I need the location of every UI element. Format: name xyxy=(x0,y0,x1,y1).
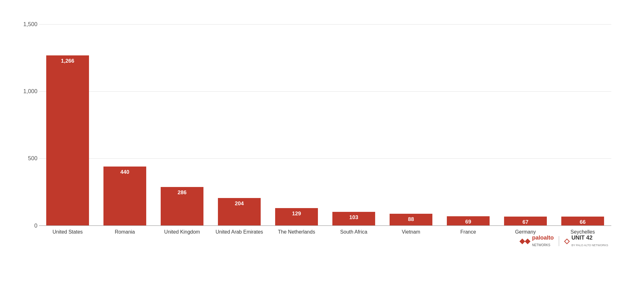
paloalto-icon: ◆◆ xyxy=(519,237,530,245)
bar-value-label: 88 xyxy=(390,216,433,223)
unit42-icon: ◇ xyxy=(564,237,569,245)
x-axis-country-label: France xyxy=(440,226,497,251)
unit42-logo: ◇ UNIT 42BY PALO ALTO NETWORKS xyxy=(564,235,608,248)
y-tick-label: 0 xyxy=(22,222,37,229)
bar-value-label: 204 xyxy=(218,201,261,207)
logo-area: ◆◆ paloaltoNETWORKS ◇ UNIT 42BY PALO ALT… xyxy=(519,235,608,248)
bar-group: 103 xyxy=(325,24,382,226)
bar-value-label: 1,266 xyxy=(46,58,89,64)
bar: 286 xyxy=(161,187,204,225)
chart-container: 1,5001,0005000 1,26644028620412910388696… xyxy=(14,12,630,289)
bar: 129 xyxy=(275,208,318,225)
bar: 1,266 xyxy=(46,55,89,225)
unit42-label: UNIT 42BY PALO ALTO NETWORKS xyxy=(571,235,608,248)
x-axis-country-label: South Africa xyxy=(325,226,382,251)
x-axis-country-label: The Netherlands xyxy=(268,226,325,251)
chart-area: 1,5001,0005000 1,26644028620412910388696… xyxy=(39,24,611,251)
bar-group: 204 xyxy=(211,24,268,226)
bar-group: 1,266 xyxy=(39,24,96,226)
y-tick-label: 500 xyxy=(22,155,37,162)
bar: 440 xyxy=(103,167,147,226)
bars-area: 1,26644028620412910388696766 xyxy=(39,24,611,226)
y-tick-label: 1,500 xyxy=(22,21,37,27)
x-axis-country-label: Romania xyxy=(96,226,153,251)
bar: 66 xyxy=(561,217,604,225)
paloalto-label: paloaltoNETWORKS xyxy=(532,235,554,248)
bar-value-label: 66 xyxy=(561,219,604,225)
bar-group: 88 xyxy=(382,24,440,226)
bar: 103 xyxy=(332,212,375,226)
bar-value-label: 440 xyxy=(103,169,147,175)
logo-divider xyxy=(559,236,559,246)
bar: 88 xyxy=(390,214,433,226)
bar: 67 xyxy=(504,217,547,226)
bar: 204 xyxy=(218,198,261,225)
x-axis-country-label: United Kingdom xyxy=(153,226,211,251)
bar-value-label: 67 xyxy=(504,219,547,225)
bar-value-label: 103 xyxy=(332,214,375,221)
y-tick-label: 1,000 xyxy=(22,88,37,94)
bar: 69 xyxy=(447,216,490,225)
bar-group: 67 xyxy=(497,24,554,226)
paloalto-logo: ◆◆ paloaltoNETWORKS xyxy=(519,235,554,248)
x-axis-country-label: Vietnam xyxy=(382,226,440,251)
bar-value-label: 286 xyxy=(161,190,204,196)
bar-group: 69 xyxy=(440,24,497,226)
bar-group: 129 xyxy=(268,24,325,226)
bar-group: 286 xyxy=(153,24,211,226)
x-axis-country-label: United States xyxy=(39,226,96,251)
bar-group: 440 xyxy=(96,24,153,226)
bar-group: 66 xyxy=(554,24,611,226)
x-axis-country-label: United Arab Emirates xyxy=(211,226,268,251)
bar-value-label: 69 xyxy=(447,219,490,225)
bar-value-label: 129 xyxy=(275,211,318,217)
